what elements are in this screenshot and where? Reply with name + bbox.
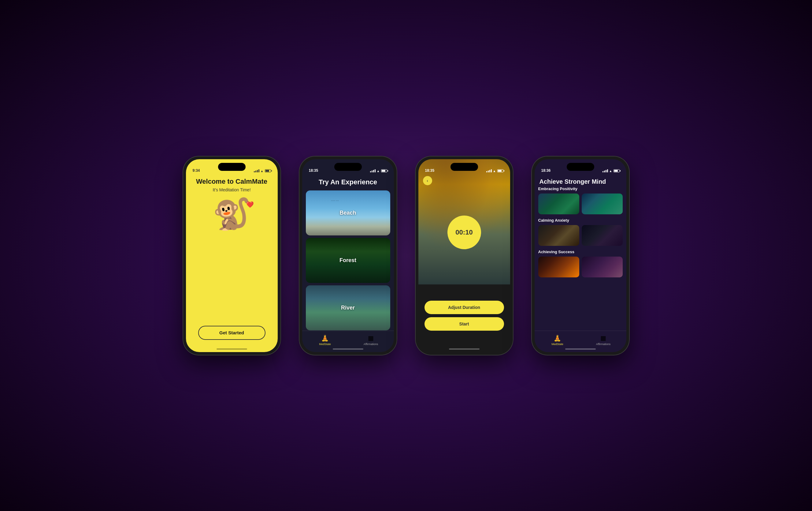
tab-medstate-4[interactable]: 🧘 MedState [534,331,580,349]
tab-affirmations-4[interactable]: ▦ Affirmations [580,331,626,349]
battery-2 [381,169,387,172]
phone-4-screen: 18:36 ▲ Achieve Stronger Mind [534,159,626,352]
medstate-label-4: MedState [551,343,563,346]
dynamic-island-4 [567,163,594,171]
tab-affirmations-2[interactable]: ▦ Affirmations [348,331,394,349]
signal-bar-3 [257,170,258,172]
affirmations-icon-2: ▦ [368,334,374,342]
phone-1: 9:34 ▲ Welcome to CalmMate It's [183,156,281,355]
start-button[interactable]: Start [425,317,504,331]
affirmations-label-2: Affirmations [364,343,378,346]
p3 [606,170,607,172]
medstate-label-2: MedState [319,343,331,346]
section-anxiety-images [538,225,623,246]
battery-fill-2 [382,170,386,172]
p2 [604,170,605,172]
back-button[interactable]: ‹ [423,176,432,185]
s1 [486,171,487,172]
wifi-icon-2: ▲ [377,169,380,173]
status-icons-1: ▲ [254,169,271,173]
p1 [603,171,603,172]
section-success-images [538,257,623,277]
aurora-image-2[interactable] [582,193,623,214]
status-time-3: 18:35 [425,168,435,173]
phone-4: 18:36 ▲ Achieve Stronger Mind [531,156,630,355]
signal-bar-2 [255,170,256,172]
signal-bar-4 [258,169,259,172]
wifi-icon-4: ▲ [609,169,612,173]
status-icons-4: ▲ [603,169,620,173]
status-time-1: 9:34 [193,168,200,173]
temple-image-2[interactable] [582,225,623,246]
section-anxiety-title: Calming Anxiety [538,218,623,222]
dynamic-island-2 [334,163,362,171]
sb2 [372,170,373,172]
home-indicator-2 [333,348,363,350]
status-time-4: 18:36 [541,168,551,173]
welcome-subtitle: It's Meditation Time! [212,187,251,192]
experience-list: ~~~ ~~ Beach Forest River [302,190,394,331]
affirmations-label-4: Affirmations [596,343,610,346]
battery-fill-4 [614,170,618,172]
section-positivity-title: Embracing Positivity [538,186,623,191]
heart-badge: ❤️ [246,201,254,208]
phone-1-screen: 9:34 ▲ Welcome to CalmMate It's [186,159,278,352]
phones-container: 9:34 ▲ Welcome to CalmMate It's [183,156,630,355]
adjust-duration-button[interactable]: Adjust Duration [425,301,504,314]
wifi-icon-3: ▲ [493,169,496,173]
welcome-content: Welcome to CalmMate It's Meditation Time… [186,159,278,352]
status-icons-3: ▲ [486,169,503,173]
achieve-title: Achieve Stronger Mind [534,175,626,186]
phone-3-screen: 18:35 ▲ ‹ [418,159,510,352]
status-icons-2: ▲ [370,169,387,173]
beach-item[interactable]: ~~~ ~~ Beach [306,190,390,236]
sb4 [375,169,376,172]
signal-bars-4 [603,169,608,172]
medstate-icon-4: 🧘 [554,334,561,342]
wifi-icon-1: ▲ [261,169,264,173]
signal-bars-1 [254,169,259,172]
home-indicator-3 [449,348,480,350]
s4 [491,169,492,172]
p4 [607,169,608,172]
sunset-image-1[interactable] [538,257,579,277]
battery-3 [497,169,503,172]
section-positivity: Embracing Positivity [538,186,623,214]
phone-2-screen: 18:35 ▲ Try An Experience [302,159,394,352]
dynamic-island-3 [451,163,478,171]
signal-bars-3 [486,169,492,172]
sb3 [373,170,374,172]
battery-fill-3 [498,170,502,172]
home-indicator-4 [565,348,596,350]
tab-medstate-2[interactable]: 🧘 MedState [302,331,348,349]
home-indicator-1 [216,348,247,350]
experience-title: Try An Experience [302,175,394,190]
aurora-image-1[interactable] [538,193,579,214]
battery-1 [265,169,271,172]
timer-circle: 00:10 [447,216,481,249]
monkey-illustration: 🐒 ❤️ [212,198,251,229]
timer-controls: Adjust Duration Start [418,301,510,331]
battery-4 [613,169,620,172]
experience-content: Try An Experience ~~~ ~~ Beach Forest [302,159,394,352]
get-started-button[interactable]: Get Started [198,326,265,340]
person-image-1[interactable] [582,257,623,277]
signal-bars-2 [370,169,376,172]
section-anxiety: Calming Anxiety [538,218,623,246]
battery-fill-1 [265,170,269,172]
dynamic-island-1 [218,163,245,171]
temple-image-1[interactable] [538,225,579,246]
s3 [489,170,490,172]
medstate-icon-2: 🧘 [321,334,329,342]
signal-bar-1 [254,171,255,172]
river-item[interactable]: River [306,285,390,330]
status-time-2: 18:35 [309,168,318,173]
s2 [488,170,489,172]
forest-label: Forest [306,238,390,283]
timer-content: ‹ 00:10 Adjust Duration Start [418,159,510,352]
sb1 [370,171,371,172]
section-success: Achieving Success [538,249,623,277]
phone-3: 18:35 ▲ ‹ [415,156,513,355]
forest-item[interactable]: Forest [306,238,390,283]
welcome-title: Welcome to CalmMate [196,178,267,186]
